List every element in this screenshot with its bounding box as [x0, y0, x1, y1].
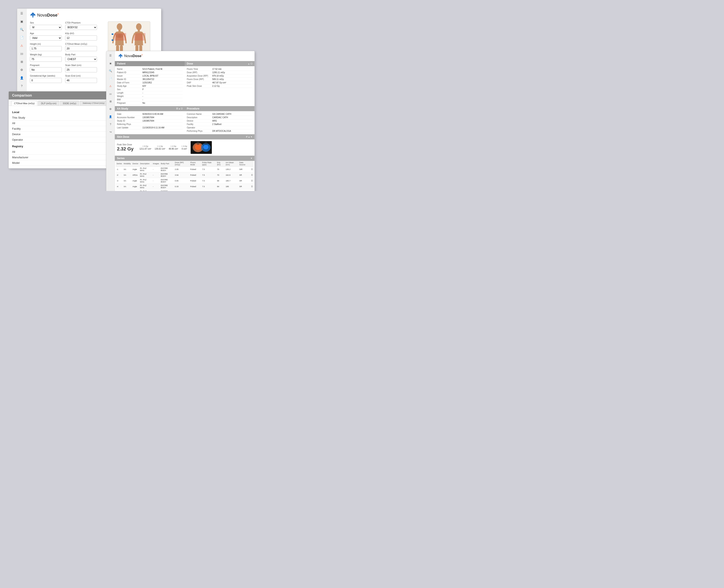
field-row: SexF [117, 88, 183, 91]
detail-nav-gear-icon[interactable]: ⚙ [108, 106, 113, 112]
sex-select[interactable]: M F [30, 25, 62, 30]
col-series: Series [116, 161, 123, 167]
sex-label: Sex [30, 21, 62, 24]
gestational-label: Gestational Age (weeks) [30, 75, 62, 77]
tab-ctdivol[interactable]: CTDIvol Max (mGy) [11, 101, 37, 106]
xa-study-section: XA Study ☰ ▲ ☐ Date9/28/2015 6:40:44 AM … [115, 106, 185, 134]
ctdi-phantom-label: CTDI Phantom [65, 21, 97, 24]
nav-settings-icon[interactable]: ⚙ [19, 67, 25, 73]
dose-range-3gy: > 3 Gy 0 cm² [182, 145, 187, 150]
nav-menu-icon[interactable]: ☰ [19, 10, 25, 16]
pregnant-label: Pregnant [30, 64, 62, 66]
detail-nav-signal-icon[interactable]: )))) [108, 91, 113, 97]
local-section-title: Local [12, 110, 115, 114]
col-datasource: Data Source [239, 161, 250, 167]
detail-nav-menu-icon[interactable]: ☰ [108, 53, 113, 58]
detail-panel: ☰ ▣ 🔍 📄 ⚠ )))) ⊞ ⚙ 👤 ? ↪ [106, 51, 255, 191]
nav-search-icon[interactable]: 🔍 [19, 26, 25, 33]
field-row: Date9/28/2015 6:40:44 AM [117, 112, 183, 116]
field-row: Date of Form1/25/1952 [117, 81, 183, 84]
height-field-group: Height (m) 1.75 [30, 43, 62, 51]
series-section: Series ▼ Series Modality Device Descript… [115, 155, 254, 191]
detail-nav-search-icon[interactable]: 🔍 [108, 68, 113, 74]
nav-alert-icon[interactable]: ⚠ [19, 43, 25, 48]
tab-dlp[interactable]: DLP (mGy·cm) [38, 101, 59, 106]
field-row: Referring Phys [117, 123, 183, 126]
series-row: -2 XA ARGs Pt. PAZ MAG - ENTIRE BODY 3.9… [116, 172, 254, 178]
weight-label: Weight (kg) [30, 53, 62, 56]
col-images: Images [152, 161, 160, 167]
registry-section-title: Registry [12, 145, 115, 148]
field-row: Weight- [117, 94, 183, 98]
ctdivol-input[interactable]: 20 [65, 46, 97, 51]
detail-nav-alert-icon[interactable]: ⚠ [108, 83, 113, 89]
detail-sidebar: ☰ ▣ 🔍 📄 ⚠ )))) ⊞ ⚙ 👤 ? ↪ [106, 51, 115, 191]
field-row: DeviceARG [187, 119, 252, 123]
ctdi-phantom-field-group: CTDI Phantom BODY32 HEAD16 [65, 21, 97, 30]
svg-point-28 [196, 142, 200, 145]
nav-grid-icon[interactable]: ⊞ [19, 59, 25, 65]
svg-point-29 [204, 142, 207, 145]
kvp-input[interactable]: 12 [65, 36, 97, 41]
scan-start-input[interactable]: 25 [65, 67, 97, 72]
col-bodypart: Body Part [160, 161, 174, 167]
field-row: Facility2 Stafford [187, 123, 252, 126]
nav-document-icon[interactable]: 📄 [19, 35, 25, 41]
field-row: Name5213 Patient, Fred M. [117, 67, 183, 71]
detail-nav-user-icon[interactable]: 👤 [108, 114, 113, 120]
ctdi-phantom-select[interactable]: BODY32 HEAD16 [65, 25, 97, 30]
detail-nav-exit-icon[interactable]: ↪ [108, 129, 113, 135]
col-pulserate: Pulse Rate (pps) [201, 161, 216, 167]
age-select[interactable]: Adul Child [30, 36, 62, 41]
scan-end-input[interactable]: 46 [65, 78, 97, 83]
patient-body: Name5213 Patient, Fred M. Patient IDMRN1… [115, 66, 185, 106]
xa-header: XA Study ☰ ▲ ☐ [115, 106, 185, 111]
body-part-label: Body Part [65, 53, 97, 56]
field-row: IssuerLOCAL BPBUST [117, 74, 183, 78]
peak-skin-dose-group: Peak Skin Dose 2.32 Gy [117, 144, 136, 152]
dose-header: Dose ▲ ☐ [185, 61, 254, 66]
nav-signal-icon[interactable]: )))) [19, 51, 25, 57]
procedure-section: Procedure Common NameXA CARDIAC CATH Des… [185, 106, 254, 134]
dose-section: Dose ▲ ☐ Fluoro Time17.52 min Dose (IRP)… [185, 61, 254, 106]
patient-section: Patient Name5213 Patient, Fred M. Patien… [115, 61, 185, 106]
pregnant-input[interactable]: No [30, 67, 62, 72]
ctdivol-field-group: CTDIvol Mean (mGy) 20 [65, 43, 97, 51]
svg-point-27 [203, 145, 208, 149]
peak-skin-dose-value: 2.32 Gy [117, 146, 136, 152]
scan-end-field-group: Scan End (cm) 46 [65, 75, 97, 83]
nav-help-icon[interactable]: ? [19, 83, 25, 89]
body-part-select[interactable]: CHEST ABDOMEN HEAD [65, 57, 97, 62]
nav-user-icon[interactable]: 👤 [19, 75, 25, 81]
detail-nav-help-icon[interactable]: ? [108, 122, 113, 127]
detail-nav-doc-icon[interactable]: 📄 [108, 76, 113, 81]
detail-logo-icon [118, 54, 123, 58]
sidebar-nav: ☰ ▣ 🔍 📄 ⚠ )))) ⊞ ⚙ 👤 ? ↪ [17, 9, 26, 97]
weight-input[interactable]: 75 [30, 57, 62, 62]
field-row: Operator [187, 126, 252, 129]
detail-nav-monitor-icon[interactable]: ▣ [108, 61, 113, 66]
series-row: -3 XA Argte Pt. PAZ MAG - ENTIRE BODY 0.… [116, 178, 254, 184]
gestational-input[interactable]: 0 [30, 78, 62, 83]
field-row: DescriptionCARDIAC CATH [187, 116, 252, 119]
weight-field-group: Weight (kg) 75 [30, 53, 62, 62]
series-row: -5 XA Argte Pt. PAZ MAG - ENTIRE BODY 0.… [116, 189, 254, 191]
comp-row-device: Device 19 [12, 131, 115, 137]
svg-rect-12 [112, 34, 113, 35]
comp-row-registry-manufacturer: Manufacturer 15.74 ℹ [12, 155, 115, 160]
skin-dose-section: Skin Dose ↺ ▲ ▼ Peak Skin Dose 2.32 Gy >… [115, 134, 254, 155]
series-table: Series Modality Device Description Image… [116, 161, 254, 191]
detail-nav-grid-icon[interactable]: ⊞ [108, 99, 113, 104]
field-row: PregnantNo [117, 101, 183, 105]
comp-row-registry-all: All 16.13 ℹ [12, 149, 115, 155]
field-row: Fluoro Dose (IRP)509.11 mGy [187, 78, 252, 81]
dose-range-0gy: > 0 Gy 1211.67 cm² [140, 145, 151, 150]
dose-body: Fluoro Time17.52 min Dose (IRP)1295.11 m… [185, 66, 254, 89]
tab-ssde[interactable]: SSDE (mGy) [60, 101, 79, 106]
ctdivol-label: CTDIvol Mean (mGy) [65, 43, 97, 45]
height-input[interactable]: 1.75 [30, 46, 62, 51]
field-row: Performing PhysDR.MTDOCALOGA [187, 129, 252, 133]
nav-monitor-icon[interactable]: ▣ [19, 19, 25, 24]
tab-stationary[interactable]: Stationary CTDIvol (mGy) [80, 101, 107, 106]
detail-logo-bar: NovaDose® [115, 51, 254, 61]
